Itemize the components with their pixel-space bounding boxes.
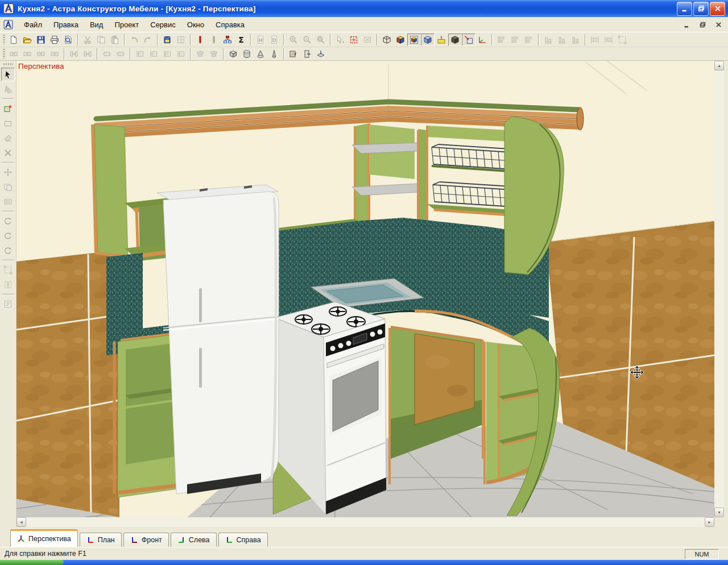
rotate-x-button xyxy=(1,214,15,228)
scroll-down-button[interactable]: ▼ xyxy=(714,508,724,517)
menu-help[interactable]: Справка xyxy=(210,18,250,31)
bind-right-button xyxy=(34,48,48,60)
restore-button[interactable] xyxy=(693,2,709,16)
fasten-edge-2-button xyxy=(147,48,160,60)
distribute-icon xyxy=(604,35,613,44)
paste-button xyxy=(108,34,122,46)
primitive-pyramid-button[interactable] xyxy=(267,48,281,60)
toolbar-separator xyxy=(377,34,378,45)
erase-region-button xyxy=(361,34,374,46)
show-axes-button[interactable] xyxy=(475,34,489,46)
tab-right[interactable]: Справа xyxy=(218,533,268,547)
view-frame-button[interactable] xyxy=(421,34,435,46)
sigma-icon xyxy=(237,35,246,44)
paste-icon xyxy=(110,35,119,44)
copy-icon xyxy=(97,35,106,44)
open-button[interactable] xyxy=(20,34,34,46)
bind-left-button xyxy=(7,48,20,60)
mdi-minimize-button[interactable] xyxy=(680,19,693,30)
material-icon xyxy=(163,35,172,44)
scroll-right-button[interactable]: ► xyxy=(705,517,714,527)
num-lock-indicator: NUM xyxy=(685,549,719,559)
palette-gripper[interactable] xyxy=(3,63,13,65)
toolbar-separator xyxy=(2,98,14,99)
fasteners-button[interactable] xyxy=(193,34,207,46)
status-bar: Для справки нажмите F1 NUM xyxy=(0,547,728,560)
eraser-icon xyxy=(3,134,13,143)
xdel-icon xyxy=(3,148,13,157)
fasten-icon xyxy=(163,49,172,59)
materials-button[interactable] xyxy=(160,34,174,46)
zoom-selection-button[interactable] xyxy=(347,34,361,46)
move-object-button[interactable] xyxy=(462,34,475,46)
bind-top-button xyxy=(20,48,34,60)
print-button[interactable] xyxy=(48,34,61,46)
bind-bottom-button xyxy=(48,48,61,60)
menu-edit[interactable]: Правка xyxy=(48,18,84,31)
cube-dark-icon xyxy=(450,35,460,44)
erase-button xyxy=(1,131,15,145)
menu-view[interactable]: Вид xyxy=(84,18,109,31)
menu-project[interactable]: Проект xyxy=(109,18,144,31)
gap-vertical-button xyxy=(81,48,94,60)
horizontal-scrollbar[interactable]: ◄ ► xyxy=(16,517,714,527)
select-button[interactable] xyxy=(1,68,15,81)
toolbar-separator xyxy=(585,34,586,45)
tab-left[interactable]: Слева xyxy=(171,533,217,547)
floor-button[interactable] xyxy=(314,48,328,60)
door-button[interactable] xyxy=(300,48,314,60)
vertical-scrollbar[interactable]: ▲ ▼ xyxy=(714,61,724,517)
view-wireframe-button[interactable] xyxy=(380,34,394,46)
structure-button[interactable] xyxy=(221,34,234,46)
menu-service[interactable]: Сервис xyxy=(144,18,181,31)
toolbar-gripper[interactable] xyxy=(3,49,5,59)
zoom-extents-button xyxy=(314,34,328,46)
viewport-3d[interactable]: Перспектива xyxy=(16,61,714,517)
mdi-close-button[interactable] xyxy=(712,19,725,30)
align-h-icon xyxy=(524,35,533,44)
toolbar-separator xyxy=(130,48,131,60)
view-fittings-button[interactable] xyxy=(435,34,448,46)
status-message: Для справки нажмите F1 xyxy=(5,550,86,558)
bind-icon xyxy=(50,49,59,59)
mdi-restore-button[interactable] xyxy=(696,19,709,30)
view-edges-button[interactable] xyxy=(407,34,421,46)
toolbar-separator xyxy=(538,34,539,45)
scroll-up-button[interactable]: ▲ xyxy=(714,61,724,70)
new-button[interactable] xyxy=(7,34,20,46)
scroll-left-button[interactable]: ◄ xyxy=(16,517,26,527)
calculate-button[interactable] xyxy=(234,34,248,46)
primitive-cylinder-button[interactable] xyxy=(240,48,254,60)
view-textured-button[interactable] xyxy=(448,34,462,46)
close-button[interactable] xyxy=(710,2,725,16)
gap-horizontal-button xyxy=(67,48,81,60)
arrow-icon xyxy=(3,70,13,79)
minimize-button[interactable] xyxy=(677,2,692,16)
menu-window[interactable]: Окно xyxy=(181,18,210,31)
tab-label: Справа xyxy=(237,536,261,544)
cut-icon xyxy=(83,35,92,44)
print-preview-button[interactable] xyxy=(61,34,75,46)
align-top-button xyxy=(541,34,555,46)
tab-label: План xyxy=(98,536,115,544)
start-button-edge[interactable] xyxy=(0,560,64,565)
toolbar-gripper[interactable] xyxy=(3,35,5,44)
toolbar-separator xyxy=(223,48,224,60)
new-panel-button[interactable] xyxy=(1,102,15,115)
primitive-cone-button[interactable] xyxy=(254,48,267,60)
doc-h-icon xyxy=(256,35,265,44)
menu-file[interactable]: Файл xyxy=(18,18,48,31)
move-button xyxy=(1,165,15,179)
tab-perspective[interactable]: Перспектива xyxy=(10,529,78,547)
kitchen-perspective-render xyxy=(16,61,714,517)
save-button[interactable] xyxy=(34,34,48,46)
wall-button[interactable] xyxy=(287,48,300,60)
tab-front[interactable]: Фронт xyxy=(123,533,169,547)
primitive-box-button[interactable] xyxy=(226,48,240,60)
cube-solid-icon xyxy=(396,35,405,44)
spec-h-button xyxy=(254,34,267,46)
size-icon xyxy=(102,49,111,59)
view-shaded-button[interactable] xyxy=(394,34,407,46)
tab-plan[interactable]: План xyxy=(80,533,122,547)
zoom-window-button xyxy=(333,34,347,46)
